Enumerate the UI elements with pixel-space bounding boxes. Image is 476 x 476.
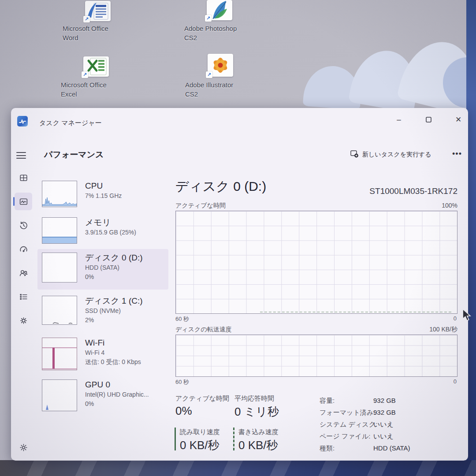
run-new-task-label: 新しいタスクを実行する xyxy=(362,151,431,159)
desktop-icon-photoshop[interactable]: ↗ xyxy=(205,0,234,20)
write-speed-stat-value: 0 KB/秒 xyxy=(238,438,278,453)
disk0-thumbnail-chart xyxy=(42,253,77,283)
info-key: ページ ファイル: xyxy=(320,432,370,441)
services-icon xyxy=(19,316,28,325)
wallpaper-bottom-edge xyxy=(0,460,476,476)
chart1-max-label: 100% xyxy=(369,202,457,209)
photoshop-icon: ↗ xyxy=(207,0,232,20)
shortcut-arrow-icon: ↗ xyxy=(82,71,88,78)
desktop-icon-label: Adobe IllustratorCS2 xyxy=(185,80,256,99)
disk-activity-trace xyxy=(260,312,451,312)
sidebar-item-services[interactable] xyxy=(15,312,32,329)
chart1-x-left: 60 秒 xyxy=(175,315,189,323)
chart2-label: ディスクの転送速度 xyxy=(175,326,232,334)
run-new-task-button[interactable]: 新しいタスクを実行する xyxy=(346,148,436,162)
hamburger-menu-icon[interactable] xyxy=(16,152,26,159)
processes-icon xyxy=(19,173,28,182)
sidebar-item-details[interactable] xyxy=(15,288,32,305)
settings-button[interactable] xyxy=(15,439,32,456)
disk-model-number: ST1000LM035-1RK172 xyxy=(281,186,457,196)
active-time-stat-label: アクティブな時間 xyxy=(175,394,229,403)
sidebar-item-performance[interactable] xyxy=(15,193,32,210)
info-key: 種類: xyxy=(320,444,335,453)
info-value: いいえ xyxy=(373,432,394,441)
write-speed-stat-label: 書き込み速度 xyxy=(238,428,279,436)
read-speed-legend-bar xyxy=(175,428,176,450)
info-value: 932 GB xyxy=(373,397,396,404)
illustrator-icon: ↗ xyxy=(208,54,233,77)
users-icon xyxy=(19,268,28,278)
info-value: HDD (SATA) xyxy=(373,444,410,452)
desktop-icon-illustrator[interactable]: ↗ xyxy=(206,54,234,77)
sidebar-item-app-history[interactable] xyxy=(15,216,32,234)
photographed-screen: ↗ Microsoft OfficeWord ↗ Adobe Photoshop… xyxy=(0,0,476,476)
more-options-button[interactable]: ••• xyxy=(450,148,465,162)
maximize-button[interactable] xyxy=(419,112,438,127)
avg-response-stat-label: 平均応答時間 xyxy=(234,394,274,403)
details-icon xyxy=(19,292,28,301)
resource-item-cpu[interactable]: CPU 7% 1.15 GHz xyxy=(37,177,168,212)
window-title: タスク マネージャー xyxy=(39,119,102,127)
page-title: パフォーマンス xyxy=(44,149,104,160)
resource-item-gpu[interactable]: GPU 0 Intel(R) UHD Graphic... 0% xyxy=(37,376,168,418)
minimize-button[interactable]: – xyxy=(389,112,409,127)
desktop-icon-label: Adobe PhotoshopCS2 xyxy=(184,24,255,42)
info-value: いいえ xyxy=(373,420,394,429)
active-time-stat-value: 0% xyxy=(175,404,192,418)
run-new-task-icon xyxy=(350,150,359,159)
chart2-x-right: 0 xyxy=(413,378,457,385)
info-key: 容量: xyxy=(320,397,335,405)
desktop-icon-word[interactable]: ↗ xyxy=(84,1,112,21)
cpu-thumbnail-chart xyxy=(42,181,77,207)
disk-info-table: 容量:932 GB フォーマット済み:932 GB システム ディスク:いいえ … xyxy=(320,397,461,456)
read-speed-stat-value: 0 KB/秒 xyxy=(180,438,219,453)
chart1-label: アクティブな時間 xyxy=(175,202,226,210)
avg-response-stat-value: 0 ミリ秒 xyxy=(234,404,279,420)
desktop-icon-label: Microsoft OfficeExcel xyxy=(61,80,131,99)
chart2-max-label: 100 KB/秒 xyxy=(369,326,457,334)
excel-icon: ↗ xyxy=(83,56,109,77)
transfer-rate-chart xyxy=(175,335,457,377)
active-time-chart xyxy=(175,211,457,314)
info-key: システム ディスク: xyxy=(320,420,377,429)
disk1-thumbnail-chart xyxy=(42,296,77,325)
shortcut-arrow-icon: ↗ xyxy=(83,16,90,22)
chart2-x-left: 60 秒 xyxy=(175,378,189,386)
memory-thumbnail-chart xyxy=(42,217,77,244)
read-speed-stat-label: 読み取り速度 xyxy=(180,428,220,436)
desktop-icon-label: Microsoft OfficeWord xyxy=(63,24,133,42)
sidebar-item-users[interactable] xyxy=(15,264,32,282)
sidebar-item-processes[interactable] xyxy=(15,169,32,186)
resource-item-disk1[interactable]: ディスク 1 (C:) SSD (NVMe) 2% xyxy=(37,292,168,332)
info-value: 932 GB xyxy=(373,409,396,416)
task-manager-window: タスク マネージャー – ✕ パフォーマンス 新しいタスクを実行する ••• xyxy=(11,108,468,461)
resource-item-wifi[interactable]: Wi-Fi Wi-Fi 4 送信: 0 受信: 0 Kbps xyxy=(37,334,168,376)
chart1-x-right: 0 xyxy=(413,315,457,322)
resource-item-disk0-selected[interactable]: ディスク 0 (D:) HDD (SATA) 0% xyxy=(37,249,168,290)
wifi-thumbnail-chart xyxy=(42,338,77,370)
performance-icon xyxy=(19,197,28,206)
info-key: フォーマット済み: xyxy=(320,409,375,417)
close-button[interactable]: ✕ xyxy=(449,112,468,127)
gpu-thumbnail-chart xyxy=(42,379,77,411)
app-history-icon xyxy=(19,221,28,230)
write-speed-legend-bar xyxy=(233,428,234,450)
shortcut-arrow-icon: ↗ xyxy=(205,15,212,22)
gear-icon xyxy=(19,443,28,452)
resource-item-memory[interactable]: メモリ 3.9/15.9 GB (25%) xyxy=(37,214,168,248)
word-icon: ↗ xyxy=(85,1,111,21)
sidebar-item-startup-apps[interactable] xyxy=(15,240,32,258)
desktop-icon-excel[interactable]: ↗ xyxy=(82,56,110,77)
task-manager-app-icon xyxy=(17,116,28,126)
detail-title: ディスク 0 (D:) xyxy=(175,178,266,196)
shortcut-arrow-icon: ↗ xyxy=(206,71,212,78)
startup-apps-icon xyxy=(19,245,28,254)
